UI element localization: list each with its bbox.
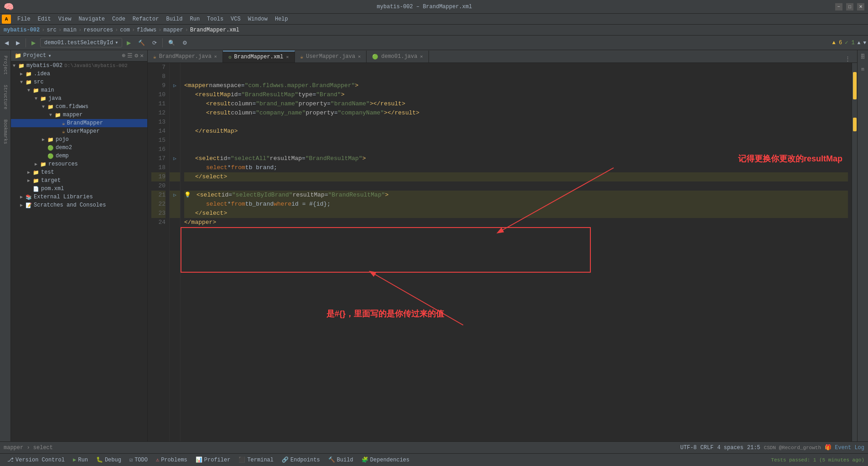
settings-button[interactable]: ⚙ <box>180 39 190 47</box>
code-content[interactable]: <mapper namespace="com.fldwws.mapper.Bra… <box>181 63 852 441</box>
menu-edit[interactable]: Edit <box>34 15 55 23</box>
code-editor[interactable]: 7 8 9 10 11 12 13 14 15 16 17 18 19 20 2… <box>148 63 857 441</box>
refresh-button[interactable]: ⟳ <box>150 39 160 47</box>
tree-item-java[interactable]: ▼ 📁 java <box>11 94 147 103</box>
expand-arrow: ▼ <box>13 63 18 68</box>
right-scrollbar[interactable] <box>852 63 857 441</box>
problems-label: Problems <box>161 457 187 463</box>
tab-close[interactable]: ✕ <box>286 54 289 60</box>
warning-stripe-1 <box>853 72 857 99</box>
code-line-19: </select> <box>184 172 848 181</box>
menu-tools[interactable]: Tools <box>203 15 227 23</box>
menu-code[interactable]: Code <box>108 15 129 23</box>
bc-part-0[interactable]: mybatis-002 <box>4 27 40 33</box>
run-config-selector[interactable]: demo01.testSelectById ▾ <box>40 38 122 47</box>
endpoints-button[interactable]: 🔗 Endpoints <box>278 456 324 464</box>
tree-item-extlibs[interactable]: ▶ 📚 External Libraries <box>11 193 147 201</box>
tree-item-mybatis[interactable]: ▼ 📁 mybatis-002 D:\Java01\mybatis-002 <box>11 62 147 70</box>
problems-button[interactable]: ⚠ Problems <box>152 456 191 464</box>
xml-icon: 📄 <box>33 186 39 192</box>
tree-item-brandmapper[interactable]: ☕ BrandMapper <box>11 119 147 127</box>
forward-button[interactable]: ▶ <box>13 39 23 47</box>
tab-brandmapper-java[interactable]: ☕ BrandMapper.java ✕ <box>148 51 223 62</box>
back-button[interactable]: ◀ <box>2 39 11 47</box>
tree-item-test[interactable]: ▶ 📁 test <box>11 168 147 176</box>
search-button[interactable]: 🔍 <box>165 39 178 47</box>
dependencies-button[interactable]: 🧩 Dependencies <box>358 456 413 464</box>
menu-run[interactable]: Run <box>186 15 203 23</box>
sidebar-action-1[interactable]: ⊕ <box>122 52 126 59</box>
line-separator[interactable]: CRLF <box>700 445 713 451</box>
tab-close[interactable]: ✕ <box>420 54 423 59</box>
bc-part-6[interactable]: mapper <box>164 27 183 33</box>
tree-item-resources[interactable]: ▶ 📁 resources <box>11 160 147 168</box>
run-bottom-button[interactable]: ▶ Run <box>69 456 92 464</box>
close-button[interactable]: ✕ <box>857 3 864 10</box>
build-button[interactable]: 🔨 <box>135 39 148 47</box>
menu-window[interactable]: Window <box>244 15 271 23</box>
bc-part-5[interactable]: fldwws <box>137 27 156 33</box>
library-icon: 📚 <box>26 194 32 200</box>
debug-button[interactable]: 🐛 Debug <box>93 456 125 464</box>
menu-build[interactable]: Build <box>162 15 186 23</box>
bc-part-7[interactable]: BrandMapper.xml <box>190 27 239 33</box>
run-green-button[interactable]: ▶ <box>124 39 134 47</box>
profiler-button[interactable]: 📊 Profiler <box>192 456 234 464</box>
tree-item-target[interactable]: ▶ 📁 target <box>11 176 147 185</box>
tab-brandmapper-xml[interactable]: ⚙ BrandMapper.xml ✕ <box>223 51 295 62</box>
menu-refactor[interactable]: Refactor <box>129 15 163 23</box>
sidebar-action-3[interactable]: ⚙ <box>134 52 138 59</box>
bc-part-3[interactable]: resources <box>83 27 113 33</box>
sidebar-action-2[interactable]: ☰ <box>127 52 133 59</box>
tree-item-pojo[interactable]: ▶ 📁 pojo <box>11 135 147 144</box>
profiler-icon: 📊 <box>196 456 202 463</box>
tree-item-label: BrandMapper <box>67 120 103 126</box>
expand-arrow: ▼ <box>35 96 40 101</box>
tree-item-main[interactable]: ▼ 📁 main <box>11 86 147 94</box>
chevron-down-icon2[interactable]: ▼ <box>863 40 866 46</box>
structure-icon[interactable]: Structure <box>2 81 9 113</box>
tree-item-scratches[interactable]: ▶ 📝 Scratches and Consoles <box>11 201 147 209</box>
bc-part-1[interactable]: src <box>46 27 57 33</box>
tree-item-usermapper[interactable]: ☕ UserMapper <box>11 127 147 135</box>
tab-close[interactable]: ✕ <box>214 54 217 59</box>
tree-item-mapper[interactable]: ▼ 📁 mapper <box>11 111 147 119</box>
run-button[interactable]: ▶ <box>29 39 38 47</box>
menu-file[interactable]: File <box>14 15 34 23</box>
menu-navigate[interactable]: Navigate <box>75 15 108 23</box>
tab-close[interactable]: ✕ <box>358 54 361 59</box>
menu-help[interactable]: Help <box>271 15 292 23</box>
bookmarks-icon[interactable]: Bookmarks <box>2 116 9 148</box>
bc-part-2[interactable]: main <box>63 27 77 33</box>
menu-view[interactable]: View <box>55 15 75 23</box>
tab-usermapper-java[interactable]: ☕ UserMapper.java ✕ <box>295 51 367 62</box>
chevron-up-icon[interactable]: ▲ <box>858 40 861 46</box>
todo-button[interactable]: ☑ TODO <box>126 456 151 464</box>
menu-vcs[interactable]: VCS <box>227 15 244 23</box>
minimize-button[interactable]: − <box>835 3 842 10</box>
terminal-button[interactable]: ⬛ Terminal <box>235 456 277 464</box>
chevron-down-icon3[interactable]: ▾ <box>48 52 51 59</box>
tree-item-label: .idea <box>34 71 50 77</box>
maven-icon[interactable]: m <box>858 65 868 74</box>
tab-demo01-java[interactable]: 🟢 demo01.java ✕ <box>367 51 429 62</box>
maximize-button[interactable]: □ <box>846 3 853 10</box>
build-bottom-button[interactable]: 🔨 Build <box>325 456 357 464</box>
tree-item-comfldwws[interactable]: ▼ 📁 com.fldwws <box>11 103 147 111</box>
menubar: A File Edit View Navigate Code Refactor … <box>0 14 868 25</box>
indent[interactable]: 4 spaces <box>717 445 744 451</box>
tree-item-src[interactable]: ▼ 📁 src <box>11 78 147 86</box>
project-panel-icon[interactable]: Project <box>2 52 9 78</box>
tabs-more[interactable]: ⋮ <box>842 55 853 62</box>
database-icon[interactable]: 🗄 <box>858 52 868 61</box>
tree-item-demo2[interactable]: 🟢 demo2 <box>11 144 147 152</box>
tree-item-pom[interactable]: 📄 pom.xml <box>11 185 147 193</box>
sidebar-close[interactable]: ✕ <box>140 52 144 59</box>
event-log[interactable]: 🎁 Event Log <box>825 444 864 451</box>
encoding[interactable]: UTF-8 <box>680 445 697 451</box>
bc-part-4[interactable]: com <box>120 27 130 33</box>
tree-item-label: java <box>48 95 62 102</box>
tree-item-idea[interactable]: ▶ 📁 .idea <box>11 70 147 78</box>
version-control-button[interactable]: ⎇ Version Control <box>4 456 68 464</box>
tree-item-demp[interactable]: 🟢 demp <box>11 152 147 160</box>
